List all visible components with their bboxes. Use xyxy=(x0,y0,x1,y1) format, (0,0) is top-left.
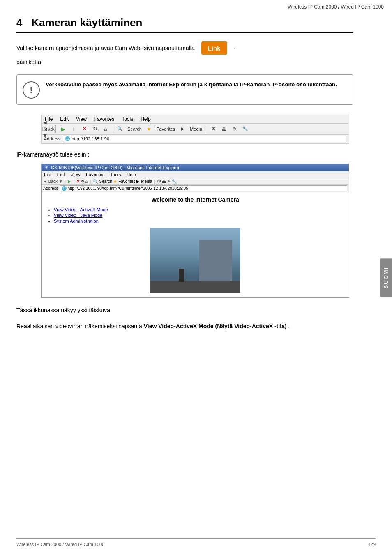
browser-toolbar: ◄ Back ▼ ▶ | ✕ ↻ ⌂ 🔍 Search ★ Favorites … xyxy=(42,124,349,135)
inner-search-icon: 🔍 xyxy=(93,179,98,184)
search-icon: 🔍 xyxy=(115,125,125,133)
camera-image xyxy=(150,228,240,293)
stop-button[interactable]: ✕ xyxy=(80,125,89,133)
section-label: IP-kameranäyttö tulee esiin : xyxy=(16,151,353,158)
inner-address-label: Address xyxy=(43,186,58,191)
camera-road xyxy=(150,281,240,293)
back-button[interactable]: ◄ Back ▼ xyxy=(44,125,53,133)
media-icon: ▶ xyxy=(178,125,187,133)
refresh-button[interactable]: ↻ xyxy=(90,125,99,133)
inner-title-text: CS-59BT96(Wireless IP Cam 2000) - Micros… xyxy=(51,165,180,170)
inner-browser-menubar: File Edit View Favorites Tools Help xyxy=(42,171,349,178)
tools-icon[interactable]: 🔧 xyxy=(241,125,250,133)
intro-text-painiketta: painiketta. xyxy=(16,58,353,67)
inner-search-label[interactable]: Search xyxy=(99,179,112,184)
inner-title-bar: ☀ CS-59BT96(Wireless IP Cam 2000) - Micr… xyxy=(42,164,349,171)
java-link[interactable]: View Video - Java Mode xyxy=(54,213,102,218)
info-icon: ! xyxy=(23,81,40,99)
address-value: http://192.168.1.90 xyxy=(71,136,109,141)
inner-browser-container: ☀ CS-59BT96(Wireless IP Cam 2000) - Micr… xyxy=(41,164,349,298)
menu-view[interactable]: View xyxy=(76,116,87,122)
toolbar-separator-1 xyxy=(55,125,56,133)
menu-favorites[interactable]: Favorites xyxy=(94,116,114,122)
mail-icon[interactable]: ✉ xyxy=(209,125,218,133)
link-admin[interactable]: System Administration xyxy=(54,219,345,223)
print-icon[interactable]: 🖶 xyxy=(219,125,228,133)
intro-text-before: Valitse kamera apuohjelmasta ja avaa Cam… xyxy=(16,45,195,51)
inner-back-button[interactable]: ◄ Back ▼ xyxy=(43,179,63,184)
inner-fav-label[interactable]: Favorites xyxy=(118,179,135,184)
media-label[interactable]: Media xyxy=(189,127,203,131)
intro-text-after: - xyxy=(234,45,236,51)
inner-tools-icon[interactable]: 🔧 xyxy=(172,179,177,184)
welcome-heading: Welcome to the Internet Camera xyxy=(46,196,345,203)
para2: Reaaliaikaisen videovirran näkemiseksi n… xyxy=(16,322,353,331)
address-field[interactable]: 🌐 http://192.168.1.90 xyxy=(63,136,346,142)
inner-address-icon: 🌐 xyxy=(62,186,67,191)
inner-browser-body: Welcome to the Internet Camera View Vide… xyxy=(42,192,349,297)
info-box: ! Verkkosivulle pääsee myös avaamalla In… xyxy=(16,74,353,105)
search-label[interactable]: Search xyxy=(126,127,143,131)
inner-media-icon: ▶ xyxy=(136,179,140,184)
camera-scene xyxy=(150,228,240,293)
camera-building xyxy=(199,240,232,281)
toolbar-separator-3 xyxy=(113,125,113,133)
side-tab: SUOMI xyxy=(380,258,392,297)
browser-screenshot-top: File Edit View Favorites Tools Help ◄ Ba… xyxy=(41,115,349,144)
home-button[interactable]: ⌂ xyxy=(101,125,110,133)
intro-paragraph: Valitse kamera apuohjelmasta ja avaa Cam… xyxy=(16,41,353,55)
inner-refresh-btn[interactable]: ↻ xyxy=(81,179,84,184)
link-button[interactable]: Link xyxy=(201,41,227,55)
inner-address-field[interactable]: 🌐 http://192.168.1.90/top.htm?Currenttim… xyxy=(60,185,347,191)
inner-forward-btn[interactable]: ▶ xyxy=(68,179,71,184)
inner-toolbar: ◄ Back ▼ | ▶ | ✕ ↻ ⌂ | 🔍 Search ★ Favori… xyxy=(42,178,349,185)
address-bar: Address 🌐 http://192.168.1.90 xyxy=(42,135,349,143)
forward-button[interactable]: ▶ xyxy=(58,125,67,133)
camera-person xyxy=(179,269,184,282)
address-icon: 🌐 xyxy=(65,136,70,141)
inner-edit-icon[interactable]: ✎ xyxy=(167,179,171,184)
footer: Wireless IP Cam 2000 / Wired IP Cam 1000… xyxy=(16,538,376,547)
edit-icon[interactable]: ✎ xyxy=(230,125,239,133)
para2-bold-text: View Video-ActiveX Mode (Näytä Video-Act… xyxy=(144,323,287,329)
activex-link[interactable]: View Video - ActiveX Mode xyxy=(54,207,108,212)
footer-left: Wireless IP Cam 2000 / Wired IP Cam 1000 xyxy=(16,542,104,547)
browser-menubar: File Edit View Favorites Tools Help xyxy=(42,115,349,124)
inner-address-bar: Address 🌐 http://192.168.1.90/top.htm?Cu… xyxy=(42,185,349,192)
link-java[interactable]: View Video - Java Mode xyxy=(54,213,345,218)
header-title: Wireless IP Cam 2000 / Wired IP Cam 1000 xyxy=(288,4,384,10)
admin-link[interactable]: System Administration xyxy=(54,219,99,223)
para1: Tässä ikkunassa näkyy yksittäiskuva. xyxy=(16,306,353,315)
inner-menu-help[interactable]: Help xyxy=(127,172,136,177)
camera-links-list: View Video - ActiveX Mode View Video - J… xyxy=(54,207,345,223)
chapter-title-text: Kameran käyttäminen xyxy=(31,16,142,29)
inner-address-value: http://192.168.1.90/top.htm?Currenttime=… xyxy=(67,186,188,191)
toolbar-separator-2: | xyxy=(69,125,78,133)
inner-menu-tools[interactable]: Tools xyxy=(111,172,121,177)
link-activex[interactable]: View Video - ActiveX Mode xyxy=(54,207,345,212)
inner-menu-file[interactable]: File xyxy=(44,172,51,177)
inner-mail-icon[interactable]: ✉ xyxy=(157,179,161,184)
inner-sep1: | xyxy=(65,179,66,184)
inner-media-label[interactable]: Media xyxy=(141,179,152,184)
inner-title-icon: ☀ xyxy=(45,165,48,170)
main-content: 4 Kameran käyttäminen Valitse kamera apu… xyxy=(0,0,370,355)
footer-right: 129 xyxy=(368,542,376,547)
inner-menu-view[interactable]: View xyxy=(71,172,81,177)
para2-text-after: . xyxy=(288,323,290,329)
inner-print-icon[interactable]: 🖶 xyxy=(162,179,166,184)
favorites-label[interactable]: Favorites xyxy=(155,127,176,131)
para2-text-before: Reaaliaikaisen videovirran näkemiseksi n… xyxy=(16,323,142,329)
inner-menu-favorites[interactable]: Favorites xyxy=(86,172,104,177)
inner-home-btn[interactable]: ⌂ xyxy=(85,179,88,184)
menu-help[interactable]: Help xyxy=(141,116,151,122)
menu-tools[interactable]: Tools xyxy=(122,116,133,122)
address-label: Address xyxy=(44,136,60,141)
chapter-number: 4 xyxy=(16,16,22,29)
inner-stop-btn[interactable]: ✕ xyxy=(76,179,80,184)
inner-sep3: | xyxy=(90,179,91,184)
menu-edit[interactable]: Edit xyxy=(60,116,69,122)
inner-fav-icon: ★ xyxy=(113,179,117,184)
inner-menu-edit[interactable]: Edit xyxy=(57,172,65,177)
toolbar-separator-4 xyxy=(206,125,206,133)
